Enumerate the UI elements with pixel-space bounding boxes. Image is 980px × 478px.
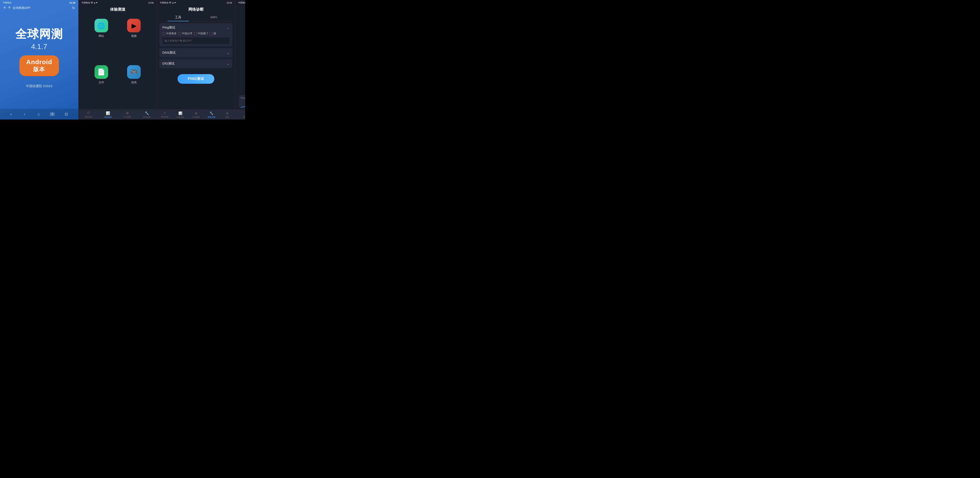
ping-title: Ping测试 [162, 25, 175, 30]
nav3-diag-label: 网络诊断 [208, 116, 215, 119]
checkbox-other-label: 国 [213, 32, 216, 35]
dig-section: DIG测试 ⌄ [159, 59, 232, 68]
tab-tools[interactable]: 工具 [160, 14, 196, 21]
checkbox-other[interactable]: 国 [210, 32, 216, 35]
ping-checkboxes: 中国香港 中国台湾 中国澳门 国 [162, 32, 229, 35]
nav3-exp-label: 体验测速 [177, 116, 184, 119]
bottom-nav-3: ⏱ 网络测速 📊 体验测速 🖥 自动测速 🔧 网络诊断 ⚙ 设置 [157, 110, 235, 120]
nav-home[interactable]: ⌂ [35, 111, 42, 117]
game-icon: 🎮 [127, 65, 141, 79]
nav3-settings-icon: ⚙ [226, 112, 229, 115]
ping-chevron[interactable]: ⌄ [227, 25, 229, 30]
nav-speed-label: 网络测速 [84, 116, 92, 118]
platform-badge: Android 版本 [19, 56, 59, 76]
panel4-title: 网络测速 [235, 5, 245, 14]
status-bar-3: 中国电信 46 ▲▼ 21:56 [157, 0, 235, 5]
icon-game[interactable]: 🎮 游戏 [120, 65, 148, 105]
app-title: 全球网测 [15, 26, 63, 42]
nav3-diag[interactable]: 🔧 网络诊断 [204, 112, 219, 119]
nav-diag-label: 网络诊断 [143, 116, 151, 119]
dns-title: DNS测试 [162, 51, 176, 55]
ping-test-button[interactable]: PING测试 [178, 74, 214, 84]
search-label: 🔍 🔍 全球网测APP [3, 6, 30, 10]
nav-menu[interactable]: ⊡ [62, 111, 70, 117]
search-icon: 🔍 [3, 6, 7, 10]
navigation-bar-1: ‹ › ⌂ 5 ⊡ [0, 109, 78, 120]
checkbox-tw[interactable]: 中国台湾 [178, 32, 192, 35]
bottom-nav-4: ⏱ 网络测速 📊 体验测速 🖥 自动测速 🔧 网络诊断 [235, 110, 245, 120]
nav-exp-icon: 📊 [106, 111, 110, 115]
dig-header: DIG测试 ⌄ [162, 62, 229, 65]
dig-title: DIG测试 [162, 62, 175, 65]
nav-network-diag[interactable]: 🔧 网络诊断 [137, 111, 157, 119]
icon-file[interactable]: 📄 文件 [87, 65, 116, 105]
nav-forward[interactable]: › [22, 111, 27, 117]
carrier-1: 中国电信 [3, 1, 11, 4]
nav-auto-icon: 🖥 [126, 111, 129, 115]
nav-auto-speed[interactable]: 🖥 自动测速 [118, 111, 137, 119]
nav3-settings-label: 设置 [225, 116, 229, 119]
dns-chevron[interactable]: ⌄ [227, 51, 229, 55]
ping-section: Ping测试 ⌄ 中国香港 中国台湾 中国澳门 国 [159, 23, 232, 46]
speed-metrics: Ping时延 11ms 下行速率 -- 上行速率 -- [235, 14, 245, 26]
nav3-network[interactable]: ⏱ 网络测速 [157, 112, 172, 119]
time-3: 21:56 [227, 2, 232, 4]
download-chart-svg [240, 100, 245, 108]
search-bar[interactable]: 🔍 🔍 全球网测APP ↻ [0, 5, 78, 10]
dig-chevron[interactable]: ⌄ [227, 62, 229, 65]
checkbox-mo[interactable]: 中国澳门 [194, 32, 208, 35]
nav3-settings[interactable]: ⚙ 设置 [220, 112, 235, 119]
checkbox-other-box[interactable] [210, 32, 213, 35]
carrier-4: 中国电信 46 ▲▼ 42.5 M/s [238, 1, 245, 4]
speed-charts: 下行速率 上行速率 [235, 93, 245, 110]
nav-experience-speed[interactable]: 📊 体验测速 [98, 111, 118, 119]
nav-diag-icon: 🔧 [145, 111, 149, 115]
checkbox-hk-label: 中国香港 [166, 32, 177, 35]
checkbox-hk-box[interactable] [162, 32, 165, 35]
panel-network-diag: 中国电信 46 ▲▼ 21:56 网络诊断 工具 WIFI Ping测试 ⌄ 中… [157, 0, 235, 120]
ping-count-input[interactable] [162, 38, 229, 44]
dns-section: DNS测试 ⌄ [159, 48, 232, 57]
icon-website[interactable]: 🌐 网站 [87, 19, 116, 59]
checkbox-mo-label: 中国澳门 [198, 32, 208, 35]
nav-back[interactable]: ‹ [8, 111, 14, 117]
file-label: 文件 [99, 81, 104, 84]
nav3-diag-icon: 🔧 [210, 112, 213, 115]
game-label: 游戏 [131, 81, 137, 84]
bottom-nav-2: ⏱ 网络测速 📊 体验测速 🖥 自动测速 🔧 网络诊断 [78, 109, 157, 120]
nav3-auto[interactable]: 🖥 自动测速 [188, 112, 204, 119]
panel-experience-speed: 中国电信 46 ▲▼ 21:56 体验测速 🌐 网站 ▶ 视频 📄 文件 🎮 游… [78, 0, 157, 120]
status-bar-2: 中国电信 46 ▲▼ 21:56 [78, 0, 157, 5]
checkbox-hk[interactable]: 中国香港 [162, 32, 177, 35]
panel2-title: 体验测速 [78, 5, 157, 14]
nav3-exp-icon: 📊 [178, 112, 183, 115]
checkbox-mo-box[interactable] [194, 32, 197, 35]
download-chart-label: 下行速率 [240, 97, 245, 100]
checkbox-tw-box[interactable] [178, 32, 181, 35]
website-icon: 🌐 [94, 19, 108, 32]
refresh-icon[interactable]: ↻ [72, 6, 75, 10]
nav4-network[interactable]: ⏱ 网络测速 [235, 112, 245, 119]
app-version: 4.1.7 [31, 42, 47, 51]
nav3-auto-label: 自动测速 [192, 116, 200, 118]
video-label: 视频 [131, 34, 137, 38]
video-icon: ▶ [127, 19, 141, 32]
checkbox-tw-label: 中国台湾 [182, 32, 192, 35]
status-bar-1: 中国电信 21:36 [0, 0, 78, 5]
download-chart: 下行速率 [239, 95, 245, 108]
nav-auto-label: 自动测速 [124, 116, 131, 118]
icon-video[interactable]: ▶ 视频 [120, 19, 148, 59]
nav3-exp[interactable]: 📊 体验测速 [172, 112, 188, 119]
platform-line2: 版本 [26, 65, 52, 73]
nav-apps[interactable]: 5 [50, 112, 55, 116]
nav-exp-label: 体验测速 [104, 116, 112, 119]
nav-network-speed[interactable]: ⏱ 网络测速 [78, 111, 98, 119]
panel-splash: 中国电信 21:36 🔍 🔍 全球网测APP ↻ 全球网测 4.1.7 Andr… [0, 0, 78, 120]
splash-main: 全球网测 4.1.7 Android 版本 中国信通院 ©2023 [0, 10, 78, 109]
time-2: 21:56 [148, 2, 154, 4]
speedometer: 0 5 10 20 50 100 200 500 1G 2G 308.31Mbp… [235, 26, 245, 81]
tab-wifi[interactable]: WIFI [196, 14, 232, 21]
nav4-net-label: 网络测速 [243, 116, 245, 118]
tool-tabs: 工具 WIFI [160, 14, 232, 21]
nav3-net-icon: ⏱ [163, 112, 166, 115]
